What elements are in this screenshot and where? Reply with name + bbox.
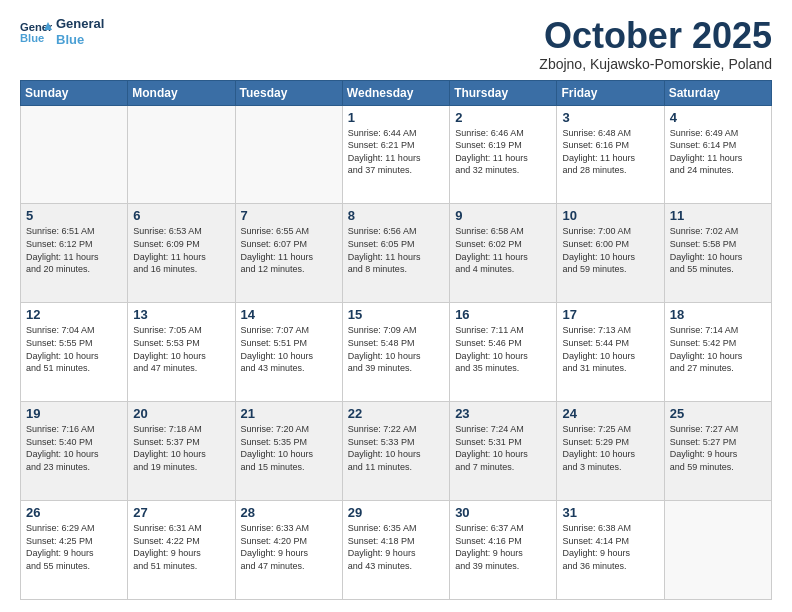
calendar-cell: 24Sunrise: 7:25 AM Sunset: 5:29 PM Dayli… xyxy=(557,402,664,501)
calendar-cell: 21Sunrise: 7:20 AM Sunset: 5:35 PM Dayli… xyxy=(235,402,342,501)
day-number: 23 xyxy=(455,406,551,421)
calendar-header-row: SundayMondayTuesdayWednesdayThursdayFrid… xyxy=(21,80,772,105)
cell-info: Sunrise: 7:04 AM Sunset: 5:55 PM Dayligh… xyxy=(26,324,122,374)
cell-info: Sunrise: 6:37 AM Sunset: 4:16 PM Dayligh… xyxy=(455,522,551,572)
calendar-cell: 7Sunrise: 6:55 AM Sunset: 6:07 PM Daylig… xyxy=(235,204,342,303)
calendar-cell: 5Sunrise: 6:51 AM Sunset: 6:12 PM Daylig… xyxy=(21,204,128,303)
day-number: 13 xyxy=(133,307,229,322)
cell-info: Sunrise: 7:07 AM Sunset: 5:51 PM Dayligh… xyxy=(241,324,337,374)
day-number: 16 xyxy=(455,307,551,322)
day-number: 29 xyxy=(348,505,444,520)
day-number: 2 xyxy=(455,110,551,125)
cell-info: Sunrise: 7:18 AM Sunset: 5:37 PM Dayligh… xyxy=(133,423,229,473)
day-number: 22 xyxy=(348,406,444,421)
day-number: 14 xyxy=(241,307,337,322)
day-number: 28 xyxy=(241,505,337,520)
cell-info: Sunrise: 7:20 AM Sunset: 5:35 PM Dayligh… xyxy=(241,423,337,473)
cell-info: Sunrise: 6:55 AM Sunset: 6:07 PM Dayligh… xyxy=(241,225,337,275)
calendar-cell: 11Sunrise: 7:02 AM Sunset: 5:58 PM Dayli… xyxy=(664,204,771,303)
cell-info: Sunrise: 6:35 AM Sunset: 4:18 PM Dayligh… xyxy=(348,522,444,572)
logo: General Blue General Blue xyxy=(20,16,104,47)
calendar-cell: 9Sunrise: 6:58 AM Sunset: 6:02 PM Daylig… xyxy=(450,204,557,303)
calendar-cell: 1Sunrise: 6:44 AM Sunset: 6:21 PM Daylig… xyxy=(342,105,449,204)
calendar-header-monday: Monday xyxy=(128,80,235,105)
title-block: October 2025 Zbojno, Kujawsko-Pomorskie,… xyxy=(539,16,772,72)
cell-info: Sunrise: 6:56 AM Sunset: 6:05 PM Dayligh… xyxy=(348,225,444,275)
day-number: 30 xyxy=(455,505,551,520)
day-number: 18 xyxy=(670,307,766,322)
logo-line2: Blue xyxy=(56,32,104,48)
calendar-cell: 15Sunrise: 7:09 AM Sunset: 5:48 PM Dayli… xyxy=(342,303,449,402)
calendar-cell: 31Sunrise: 6:38 AM Sunset: 4:14 PM Dayli… xyxy=(557,501,664,600)
day-number: 20 xyxy=(133,406,229,421)
cell-info: Sunrise: 7:24 AM Sunset: 5:31 PM Dayligh… xyxy=(455,423,551,473)
cell-info: Sunrise: 7:02 AM Sunset: 5:58 PM Dayligh… xyxy=(670,225,766,275)
cell-info: Sunrise: 7:13 AM Sunset: 5:44 PM Dayligh… xyxy=(562,324,658,374)
day-number: 8 xyxy=(348,208,444,223)
cell-info: Sunrise: 6:48 AM Sunset: 6:16 PM Dayligh… xyxy=(562,127,658,177)
day-number: 27 xyxy=(133,505,229,520)
calendar-cell: 27Sunrise: 6:31 AM Sunset: 4:22 PM Dayli… xyxy=(128,501,235,600)
location: Zbojno, Kujawsko-Pomorskie, Poland xyxy=(539,56,772,72)
calendar-header-sunday: Sunday xyxy=(21,80,128,105)
cell-info: Sunrise: 6:58 AM Sunset: 6:02 PM Dayligh… xyxy=(455,225,551,275)
calendar-cell: 14Sunrise: 7:07 AM Sunset: 5:51 PM Dayli… xyxy=(235,303,342,402)
day-number: 12 xyxy=(26,307,122,322)
calendar-cell xyxy=(21,105,128,204)
cell-info: Sunrise: 6:38 AM Sunset: 4:14 PM Dayligh… xyxy=(562,522,658,572)
calendar-cell: 20Sunrise: 7:18 AM Sunset: 5:37 PM Dayli… xyxy=(128,402,235,501)
day-number: 6 xyxy=(133,208,229,223)
cell-info: Sunrise: 6:46 AM Sunset: 6:19 PM Dayligh… xyxy=(455,127,551,177)
calendar-cell: 2Sunrise: 6:46 AM Sunset: 6:19 PM Daylig… xyxy=(450,105,557,204)
calendar-cell: 17Sunrise: 7:13 AM Sunset: 5:44 PM Dayli… xyxy=(557,303,664,402)
day-number: 9 xyxy=(455,208,551,223)
calendar-header-thursday: Thursday xyxy=(450,80,557,105)
calendar-cell: 30Sunrise: 6:37 AM Sunset: 4:16 PM Dayli… xyxy=(450,501,557,600)
cell-info: Sunrise: 7:11 AM Sunset: 5:46 PM Dayligh… xyxy=(455,324,551,374)
calendar-cell xyxy=(235,105,342,204)
page: General Blue General Blue October 2025 Z… xyxy=(0,0,792,612)
calendar-week-4: 19Sunrise: 7:16 AM Sunset: 5:40 PM Dayli… xyxy=(21,402,772,501)
calendar-cell xyxy=(128,105,235,204)
day-number: 4 xyxy=(670,110,766,125)
svg-text:Blue: Blue xyxy=(20,32,44,44)
logo-icon: General Blue xyxy=(20,18,52,46)
cell-info: Sunrise: 7:16 AM Sunset: 5:40 PM Dayligh… xyxy=(26,423,122,473)
calendar-header-wednesday: Wednesday xyxy=(342,80,449,105)
calendar-cell: 10Sunrise: 7:00 AM Sunset: 6:00 PM Dayli… xyxy=(557,204,664,303)
calendar-cell: 26Sunrise: 6:29 AM Sunset: 4:25 PM Dayli… xyxy=(21,501,128,600)
calendar-cell: 29Sunrise: 6:35 AM Sunset: 4:18 PM Dayli… xyxy=(342,501,449,600)
cell-info: Sunrise: 6:31 AM Sunset: 4:22 PM Dayligh… xyxy=(133,522,229,572)
header: General Blue General Blue October 2025 Z… xyxy=(20,16,772,72)
day-number: 21 xyxy=(241,406,337,421)
day-number: 31 xyxy=(562,505,658,520)
day-number: 7 xyxy=(241,208,337,223)
calendar-header-friday: Friday xyxy=(557,80,664,105)
calendar-week-5: 26Sunrise: 6:29 AM Sunset: 4:25 PM Dayli… xyxy=(21,501,772,600)
calendar-week-3: 12Sunrise: 7:04 AM Sunset: 5:55 PM Dayli… xyxy=(21,303,772,402)
calendar-cell: 16Sunrise: 7:11 AM Sunset: 5:46 PM Dayli… xyxy=(450,303,557,402)
calendar-cell: 6Sunrise: 6:53 AM Sunset: 6:09 PM Daylig… xyxy=(128,204,235,303)
calendar-cell: 13Sunrise: 7:05 AM Sunset: 5:53 PM Dayli… xyxy=(128,303,235,402)
cell-info: Sunrise: 6:53 AM Sunset: 6:09 PM Dayligh… xyxy=(133,225,229,275)
calendar-cell: 18Sunrise: 7:14 AM Sunset: 5:42 PM Dayli… xyxy=(664,303,771,402)
day-number: 19 xyxy=(26,406,122,421)
cell-info: Sunrise: 6:51 AM Sunset: 6:12 PM Dayligh… xyxy=(26,225,122,275)
calendar-week-2: 5Sunrise: 6:51 AM Sunset: 6:12 PM Daylig… xyxy=(21,204,772,303)
day-number: 1 xyxy=(348,110,444,125)
cell-info: Sunrise: 6:44 AM Sunset: 6:21 PM Dayligh… xyxy=(348,127,444,177)
cell-info: Sunrise: 7:25 AM Sunset: 5:29 PM Dayligh… xyxy=(562,423,658,473)
cell-info: Sunrise: 7:22 AM Sunset: 5:33 PM Dayligh… xyxy=(348,423,444,473)
cell-info: Sunrise: 7:27 AM Sunset: 5:27 PM Dayligh… xyxy=(670,423,766,473)
day-number: 11 xyxy=(670,208,766,223)
cell-info: Sunrise: 6:29 AM Sunset: 4:25 PM Dayligh… xyxy=(26,522,122,572)
calendar-cell: 28Sunrise: 6:33 AM Sunset: 4:20 PM Dayli… xyxy=(235,501,342,600)
day-number: 25 xyxy=(670,406,766,421)
day-number: 10 xyxy=(562,208,658,223)
cell-info: Sunrise: 6:33 AM Sunset: 4:20 PM Dayligh… xyxy=(241,522,337,572)
calendar-header-tuesday: Tuesday xyxy=(235,80,342,105)
cell-info: Sunrise: 7:00 AM Sunset: 6:00 PM Dayligh… xyxy=(562,225,658,275)
calendar-cell xyxy=(664,501,771,600)
calendar-cell: 19Sunrise: 7:16 AM Sunset: 5:40 PM Dayli… xyxy=(21,402,128,501)
calendar-cell: 22Sunrise: 7:22 AM Sunset: 5:33 PM Dayli… xyxy=(342,402,449,501)
